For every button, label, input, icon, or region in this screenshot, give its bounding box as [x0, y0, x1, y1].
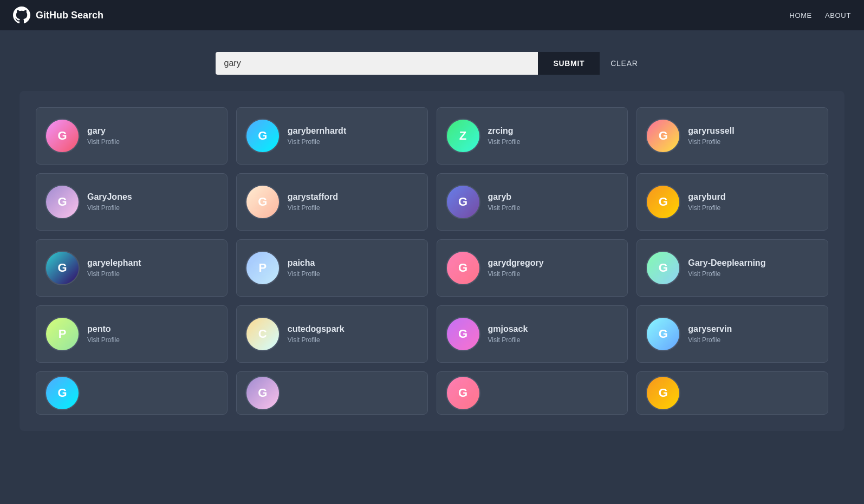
user-card[interactable]: GGaryJonesVisit Profile: [36, 173, 228, 231]
username: zrcing: [488, 126, 521, 136]
username: cutedogspark: [288, 324, 345, 334]
search-bar: SUBMIT CLEAR: [216, 52, 649, 75]
user-card[interactable]: ZzrcingVisit Profile: [437, 107, 628, 165]
visit-profile-link[interactable]: Visit Profile: [488, 138, 521, 146]
user-info: pentoVisit Profile: [87, 324, 120, 344]
username: gary: [87, 126, 120, 136]
visit-profile-link[interactable]: Visit Profile: [288, 270, 320, 278]
visit-profile-link[interactable]: Visit Profile: [688, 138, 734, 146]
visit-profile-link[interactable]: Visit Profile: [87, 204, 132, 212]
visit-profile-link[interactable]: Visit Profile: [488, 336, 528, 344]
visit-profile-link[interactable]: Visit Profile: [688, 270, 765, 278]
user-card-partial[interactable]: G: [36, 371, 228, 415]
user-card[interactable]: GgaryburdVisit Profile: [636, 173, 828, 231]
username: garyb: [488, 192, 521, 202]
user-info: garydgregoryVisit Profile: [488, 258, 544, 278]
search-input[interactable]: [216, 52, 538, 75]
username: garyburd: [688, 192, 725, 202]
visit-profile-link[interactable]: Visit Profile: [288, 336, 345, 344]
user-info: garyservinVisit Profile: [688, 324, 732, 344]
user-card[interactable]: GgarybVisit Profile: [437, 173, 628, 231]
avatar: G: [646, 317, 680, 351]
user-card[interactable]: GgaryVisit Profile: [36, 107, 228, 165]
username: gmjosack: [488, 324, 528, 334]
visit-profile-link[interactable]: Visit Profile: [87, 270, 141, 278]
clear-button[interactable]: CLEAR: [600, 52, 648, 75]
search-section: SUBMIT CLEAR: [0, 30, 864, 91]
user-card[interactable]: GgaryelephantVisit Profile: [36, 239, 228, 297]
username: garyrussell: [688, 126, 734, 136]
user-info: garybVisit Profile: [488, 192, 521, 212]
user-card[interactable]: PpentoVisit Profile: [36, 305, 228, 363]
visit-profile-link[interactable]: Visit Profile: [688, 204, 725, 212]
user-card[interactable]: GgmjosackVisit Profile: [437, 305, 628, 363]
avatar: G: [245, 376, 280, 410]
visit-profile-link[interactable]: Visit Profile: [488, 270, 544, 278]
username: GaryJones: [87, 192, 132, 202]
avatar: C: [245, 317, 280, 351]
avatar: P: [45, 317, 80, 351]
user-card[interactable]: GgarydgregoryVisit Profile: [437, 239, 628, 297]
user-info: garyrussellVisit Profile: [688, 126, 734, 146]
user-card[interactable]: GgaryservinVisit Profile: [636, 305, 828, 363]
submit-button[interactable]: SUBMIT: [538, 52, 600, 75]
avatar: G: [245, 185, 280, 219]
avatar: G: [646, 251, 680, 285]
avatar: G: [646, 185, 680, 219]
username: paicha: [288, 258, 320, 268]
logo-text: GitHub Search: [36, 10, 103, 21]
user-info: cutedogsparkVisit Profile: [288, 324, 345, 344]
header: GitHub Search HOME ABOUT: [0, 0, 864, 30]
avatar: G: [446, 185, 480, 219]
username: garyelephant: [87, 258, 141, 268]
user-card[interactable]: GgarybernhardtVisit Profile: [236, 107, 428, 165]
avatar: G: [245, 119, 280, 153]
visit-profile-link[interactable]: Visit Profile: [288, 204, 338, 212]
user-info: paichaVisit Profile: [288, 258, 320, 278]
logo: GitHub Search: [13, 6, 103, 24]
visit-profile-link[interactable]: Visit Profile: [87, 336, 120, 344]
user-card[interactable]: GgarystaffordVisit Profile: [236, 173, 428, 231]
partial-row: GGGG: [36, 371, 828, 415]
username: pento: [87, 324, 120, 334]
avatar: P: [245, 251, 280, 285]
avatar: G: [45, 376, 80, 410]
user-card[interactable]: PpaichaVisit Profile: [236, 239, 428, 297]
username: garybernhardt: [288, 126, 346, 136]
visit-profile-link[interactable]: Visit Profile: [288, 138, 346, 146]
nav-home[interactable]: HOME: [789, 11, 812, 19]
avatar: G: [446, 251, 480, 285]
user-info: garyburdVisit Profile: [688, 192, 725, 212]
user-card-partial[interactable]: G: [236, 371, 428, 415]
user-info: zrcingVisit Profile: [488, 126, 521, 146]
user-info: garystaffordVisit Profile: [288, 192, 338, 212]
user-info: garybernhardtVisit Profile: [288, 126, 346, 146]
avatar: Z: [446, 119, 480, 153]
user-info: Gary-DeeplearningVisit Profile: [688, 258, 765, 278]
avatar: G: [45, 119, 80, 153]
avatar: G: [446, 376, 480, 410]
user-info: GaryJonesVisit Profile: [87, 192, 132, 212]
username: garystafford: [288, 192, 338, 202]
avatar: G: [45, 251, 80, 285]
nav-about[interactable]: ABOUT: [825, 11, 851, 19]
user-card-partial[interactable]: G: [636, 371, 828, 415]
results-container: GgaryVisit ProfileGgarybernhardtVisit Pr…: [20, 91, 844, 431]
avatar: G: [446, 317, 480, 351]
header-nav: HOME ABOUT: [789, 11, 851, 19]
visit-profile-link[interactable]: Visit Profile: [688, 336, 732, 344]
results-grid: GgaryVisit ProfileGgarybernhardtVisit Pr…: [36, 107, 828, 363]
username: Gary-Deeplearning: [688, 258, 765, 268]
user-info: garyelephantVisit Profile: [87, 258, 141, 278]
avatar: G: [45, 185, 80, 219]
user-info: garyVisit Profile: [87, 126, 120, 146]
user-card[interactable]: GgaryrussellVisit Profile: [636, 107, 828, 165]
visit-profile-link[interactable]: Visit Profile: [488, 204, 521, 212]
username: garydgregory: [488, 258, 544, 268]
username: garyservin: [688, 324, 732, 334]
user-info: gmjosackVisit Profile: [488, 324, 528, 344]
visit-profile-link[interactable]: Visit Profile: [87, 138, 120, 146]
user-card-partial[interactable]: G: [437, 371, 628, 415]
user-card[interactable]: CcutedogsparkVisit Profile: [236, 305, 428, 363]
user-card[interactable]: GGary-DeeplearningVisit Profile: [636, 239, 828, 297]
